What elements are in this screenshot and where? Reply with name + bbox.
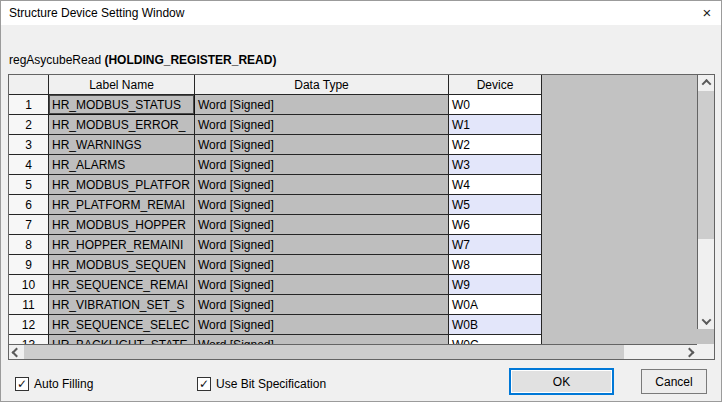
table-row: 10HR_SEQUENCE_REMAIWord [Signed]W9 <box>9 275 697 295</box>
row-filler <box>542 235 697 255</box>
row-filler <box>542 275 697 295</box>
data-type-cell[interactable]: Word [Signed] <box>195 295 449 315</box>
scroll-down-icon[interactable] <box>698 314 714 329</box>
row-number-cell[interactable]: 11 <box>9 295 49 315</box>
data-type-cell[interactable]: Word [Signed] <box>195 175 449 195</box>
label-name-cell[interactable]: HR_ALARMS <box>49 155 195 175</box>
device-cell[interactable]: W9 <box>449 275 542 295</box>
data-type-cell[interactable]: Word [Signed] <box>195 255 449 275</box>
row-number-cell[interactable]: 3 <box>9 135 49 155</box>
row-filler <box>542 215 697 235</box>
row-filler <box>542 315 697 335</box>
table-row: 11HR_VIBRATION_SET_SWord [Signed]W0A <box>9 295 697 315</box>
row-filler <box>542 255 697 275</box>
table-row: 13HR_BACKLIGHT_STATEWord [Signed]W0C <box>9 335 697 344</box>
data-type-cell[interactable]: Word [Signed] <box>195 275 449 295</box>
label-name-cell[interactable]: HR_SEQUENCE_REMAI <box>49 275 195 295</box>
label-name-cell[interactable]: HR_MODBUS_ERROR_ <box>49 115 195 135</box>
device-cell[interactable]: W3 <box>449 155 542 175</box>
device-cell[interactable]: W0 <box>449 95 542 115</box>
label-name-cell[interactable]: HR_BACKLIGHT_STATE <box>49 335 195 344</box>
table-row: 5HR_MODBUS_PLATFORWord [Signed]W4 <box>9 175 697 195</box>
row-number-cell[interactable]: 4 <box>9 155 49 175</box>
structure-name: regAsycubeRead <box>9 53 101 67</box>
row-filler <box>542 115 697 135</box>
auto-filling-label: Auto Filling <box>34 377 93 391</box>
table-row: 6HR_PLATFORM_REMAIWord [Signed]W5 <box>9 195 697 215</box>
device-table: Label Name Data Type Device 1HR_MODBUS_S… <box>8 74 715 360</box>
vertical-scrollbar[interactable] <box>697 75 714 329</box>
header-data-type: Data Type <box>195 75 449 95</box>
row-number-cell[interactable]: 2 <box>9 115 49 135</box>
row-filler <box>542 175 697 195</box>
horizontal-scroll-thumb[interactable] <box>24 345 624 359</box>
data-type-cell[interactable]: Word [Signed] <box>195 115 449 135</box>
use-bit-specification-label: Use Bit Specification <box>216 377 326 391</box>
horizontal-scrollbar[interactable] <box>9 344 697 359</box>
device-cell[interactable]: W0A <box>449 295 542 315</box>
row-number-cell[interactable]: 6 <box>9 195 49 215</box>
close-icon[interactable]: × <box>696 2 718 22</box>
vertical-scroll-thumb[interactable] <box>698 91 714 239</box>
data-type-cell[interactable]: Word [Signed] <box>195 235 449 255</box>
device-cell[interactable]: W7 <box>449 235 542 255</box>
device-cell[interactable]: W2 <box>449 135 542 155</box>
table-row: 1HR_MODBUS_STATUSWord [Signed]W0 <box>9 95 697 115</box>
row-number-cell[interactable]: 9 <box>9 255 49 275</box>
device-cell[interactable]: W0C <box>449 335 542 344</box>
label-name-cell[interactable]: HR_MODBUS_PLATFOR <box>49 175 195 195</box>
data-type-cell[interactable]: Word [Signed] <box>195 215 449 235</box>
row-number-cell[interactable]: 7 <box>9 215 49 235</box>
use-bit-specification-checkbox[interactable]: ✓ <box>197 377 211 391</box>
header-device: Device <box>449 75 542 95</box>
row-filler <box>542 295 697 315</box>
label-name-cell[interactable]: HR_HOPPER_REMAINI <box>49 235 195 255</box>
row-filler <box>542 335 697 344</box>
scroll-up-icon[interactable] <box>698 75 714 90</box>
label-name-cell[interactable]: HR_MODBUS_HOPPER <box>49 215 195 235</box>
ok-button[interactable]: OK <box>509 368 614 395</box>
device-cell[interactable]: W5 <box>449 195 542 215</box>
label-name-cell[interactable]: HR_MODBUS_SEQUEN <box>49 255 195 275</box>
table-row: 8HR_HOPPER_REMAINIWord [Signed]W7 <box>9 235 697 255</box>
table-row: 4HR_ALARMSWord [Signed]W3 <box>9 155 697 175</box>
grid-rows: 1HR_MODBUS_STATUSWord [Signed]W02HR_MODB… <box>9 95 697 344</box>
structure-subtitle: regAsycubeRead (HOLDING_REGISTER_READ) <box>9 53 276 67</box>
label-name-cell[interactable]: HR_PLATFORM_REMAI <box>49 195 195 215</box>
device-cell[interactable]: W0B <box>449 315 542 335</box>
header-filler <box>542 75 697 95</box>
table-row: 12HR_SEQUENCE_SELECWord [Signed]W0B <box>9 315 697 335</box>
row-number-cell[interactable]: 12 <box>9 315 49 335</box>
scroll-left-icon[interactable] <box>9 345 24 359</box>
label-name-cell[interactable]: HR_MODBUS_STATUS <box>49 95 195 115</box>
title-bar: Structure Device Setting Window × <box>1 1 721 25</box>
data-type-cell[interactable]: Word [Signed] <box>195 195 449 215</box>
label-name-cell[interactable]: HR_WARNINGS <box>49 135 195 155</box>
row-number-cell[interactable]: 10 <box>9 275 49 295</box>
auto-filling-checkbox[interactable]: ✓ <box>15 377 29 391</box>
header-label-name: Label Name <box>49 75 195 95</box>
header-row-number <box>9 75 49 95</box>
data-type-cell[interactable]: Word [Signed] <box>195 155 449 175</box>
cancel-button[interactable]: Cancel <box>641 369 707 394</box>
row-filler <box>542 135 697 155</box>
device-cell[interactable]: W6 <box>449 215 542 235</box>
label-name-cell[interactable]: HR_SEQUENCE_SELEC <box>49 315 195 335</box>
device-cell[interactable]: W1 <box>449 115 542 135</box>
window-title: Structure Device Setting Window <box>1 6 184 20</box>
data-type-cell[interactable]: Word [Signed] <box>195 335 449 344</box>
data-type-cell[interactable]: Word [Signed] <box>195 315 449 335</box>
table-header-row: Label Name Data Type Device <box>9 75 697 95</box>
device-cell[interactable]: W4 <box>449 175 542 195</box>
data-type-cell[interactable]: Word [Signed] <box>195 95 449 115</box>
table-row: 3HR_WARNINGSWord [Signed]W2 <box>9 135 697 155</box>
label-name-cell[interactable]: HR_VIBRATION_SET_S <box>49 295 195 315</box>
data-type-cell[interactable]: Word [Signed] <box>195 135 449 155</box>
row-number-cell[interactable]: 1 <box>9 95 49 115</box>
scroll-right-icon[interactable] <box>682 345 697 359</box>
row-number-cell[interactable]: 8 <box>9 235 49 255</box>
row-number-cell[interactable]: 13 <box>9 335 49 344</box>
row-number-cell[interactable]: 5 <box>9 175 49 195</box>
device-cell[interactable]: W8 <box>449 255 542 275</box>
use-bit-specification-option: ✓ Use Bit Specification <box>197 377 326 391</box>
